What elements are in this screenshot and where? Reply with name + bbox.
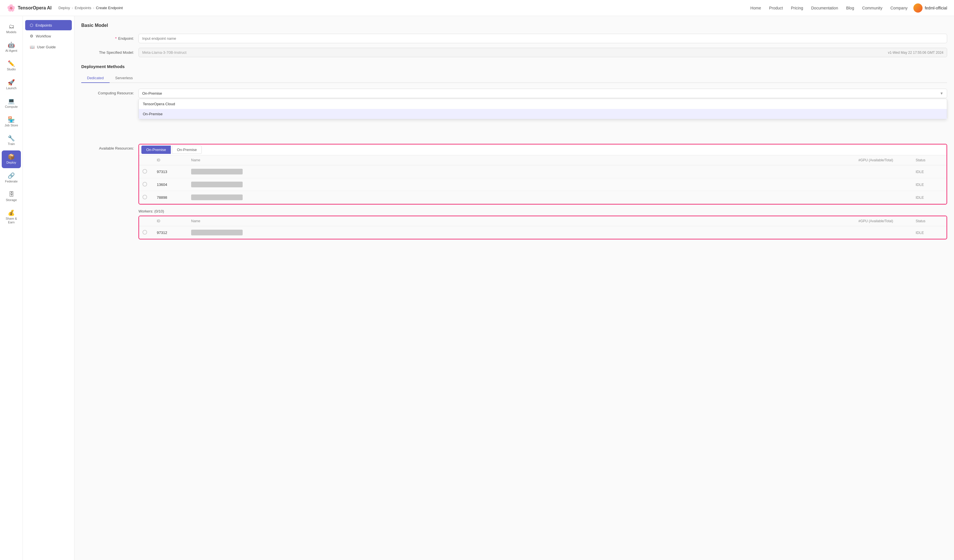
- workers-col-name: Name: [188, 216, 855, 226]
- model-row: The Specified Model: Meta-Llama-3-70B-In…: [81, 48, 947, 57]
- sidebar-item-compute[interactable]: 💻 Compute: [2, 95, 21, 112]
- computing-resource-select[interactable]: On-Premise ▼: [139, 89, 947, 98]
- required-marker: *: [115, 36, 117, 40]
- sidebar-item-share-earn[interactable]: 💰 Share & Earn: [2, 207, 21, 228]
- nav-home[interactable]: Home: [750, 6, 761, 10]
- sub-sidebar: ⬡ Endpoints ⚙ Workflow 📖 User Guide: [23, 16, 75, 560]
- row-radio[interactable]: [139, 191, 153, 204]
- nav-blog[interactable]: Blog: [846, 6, 854, 10]
- ai-agent-icon: 🤖: [8, 42, 15, 48]
- table-row: 13604 IDLE: [139, 178, 946, 191]
- nav-pricing[interactable]: Pricing: [791, 6, 803, 10]
- sidebar-label-deploy: Deploy: [6, 161, 16, 165]
- row-gpu: [855, 168, 912, 175]
- resource-tab-on-premise-2[interactable]: On-Premise: [172, 146, 201, 154]
- row-gpu: [855, 181, 912, 188]
- sidebar-item-storage[interactable]: 🗄 Storage: [2, 188, 21, 205]
- breadcrumb-current: Create Endpoint: [96, 6, 123, 10]
- sidebar-item-train[interactable]: 🔧 Train: [2, 132, 21, 149]
- logo-icon: 🌸: [7, 4, 16, 12]
- studio-icon: ✏️: [8, 61, 15, 66]
- workers-row-radio[interactable]: [139, 227, 153, 239]
- row-name: [188, 178, 855, 191]
- breadcrumb-endpoints[interactable]: Endpoints: [75, 6, 91, 10]
- row-radio[interactable]: [139, 166, 153, 178]
- sidebar-item-studio[interactable]: ✏️ Studio: [2, 57, 21, 75]
- row-radio[interactable]: [139, 179, 153, 191]
- sub-sidebar-label-user-guide: User Guide: [37, 45, 56, 49]
- radio-97312[interactable]: [142, 230, 147, 235]
- dropdown-arrow-icon: ▼: [940, 91, 943, 95]
- col-header-status: Status: [912, 155, 946, 165]
- radio-13604[interactable]: [142, 182, 147, 187]
- sidebar-item-ai-agent[interactable]: 🤖 AI Agent: [2, 39, 21, 56]
- sidebar-item-models[interactable]: 🗂 Models: [2, 20, 21, 37]
- table-row: 97313 IDLE: [139, 165, 946, 178]
- row-name: [188, 191, 855, 204]
- dropdown-option-tensoropera-cloud[interactable]: TensorOpera Cloud: [139, 99, 947, 109]
- nav-product[interactable]: Product: [769, 6, 783, 10]
- job-store-icon: 🏪: [8, 117, 15, 123]
- sidebar-label-launch: Launch: [6, 86, 16, 90]
- nav-links: Home Product Pricing Documentation Blog …: [750, 6, 907, 10]
- endpoint-row: * Endpoint:: [81, 34, 947, 43]
- model-value: Meta-Llama-3-70B-Instruct: [142, 50, 187, 54]
- nav-company[interactable]: Company: [890, 6, 908, 10]
- row-status: IDLE: [912, 166, 946, 177]
- col-header-check: [139, 155, 153, 165]
- resource-tab-on-premise-1[interactable]: On-Premise: [141, 146, 171, 154]
- row-status: IDLE: [912, 179, 946, 190]
- endpoint-input[interactable]: [139, 34, 947, 43]
- tab-dedicated[interactable]: Dedicated: [81, 73, 109, 83]
- user-guide-icon: 📖: [30, 45, 34, 49]
- launch-icon: 🚀: [8, 79, 15, 85]
- radio-78898[interactable]: [142, 195, 147, 199]
- col-header-gpu: #GPU (Available/Total): [855, 155, 912, 165]
- available-resources-container: On-Premise On-Premise ID Name #GPU (Avai…: [139, 144, 947, 240]
- share-earn-icon: 💰: [8, 210, 15, 216]
- sidebar-label-ai-agent: AI Agent: [5, 49, 17, 53]
- workers-col-id: ID: [153, 216, 188, 226]
- nav-community[interactable]: Community: [862, 6, 882, 10]
- computing-resource-dropdown-container: On-Premise ▼ TensorOpera Cloud On-Premis…: [139, 89, 947, 98]
- breadcrumb-deploy[interactable]: Deploy: [58, 6, 70, 10]
- deployment-tabs: Dedicated Serverless: [81, 73, 947, 83]
- computing-resource-label: Computing Resource:: [81, 89, 139, 95]
- compute-icon: 💻: [8, 98, 15, 104]
- model-display: Meta-Llama-3-70B-Instruct v1-Wed May 22 …: [139, 48, 947, 57]
- sidebar-item-job-store[interactable]: 🏪 Job Store: [2, 113, 21, 131]
- sidebar-item-launch[interactable]: 🚀 Launch: [2, 76, 21, 93]
- dropdown-option-on-premise[interactable]: On-Premise: [139, 109, 947, 119]
- workers-label: Workers: (0/10): [139, 209, 947, 213]
- section-title: Basic Model: [81, 23, 947, 28]
- sidebar-label-storage: Storage: [6, 198, 17, 202]
- breadcrumb-sep2: ›: [93, 6, 94, 10]
- sidebar: 🗂 Models 🤖 AI Agent ✏️ Studio 🚀 Launch 💻…: [0, 16, 23, 560]
- sub-sidebar-workflow[interactable]: ⚙ Workflow: [25, 31, 72, 41]
- storage-icon: 🗄: [9, 191, 14, 197]
- top-nav: 🌸 TensorOpera AI Deploy › Endpoints › Cr…: [0, 0, 954, 16]
- computing-resource-row: Computing Resource: On-Premise ▼ TensorO…: [81, 89, 947, 98]
- sub-sidebar-endpoints[interactable]: ⬡ Endpoints: [25, 20, 72, 30]
- model-label: The Specified Model:: [81, 50, 139, 54]
- radio-97313[interactable]: [142, 169, 147, 174]
- row-name: [188, 165, 855, 178]
- workers-row-status: IDLE: [912, 227, 946, 238]
- sub-sidebar-label-workflow: Workflow: [36, 34, 51, 38]
- sidebar-item-federate[interactable]: 🔗 Federate: [2, 169, 21, 187]
- available-resources-row: Available Resources: On-Premise On-Premi…: [81, 144, 947, 240]
- brand-name: TensorOpera AI: [18, 5, 51, 11]
- workers-col-check: [139, 216, 153, 226]
- workflow-icon: ⚙: [30, 34, 33, 38]
- workers-row-gpu: [855, 229, 912, 236]
- logo[interactable]: 🌸 TensorOpera AI: [7, 4, 51, 12]
- sub-sidebar-user-guide[interactable]: 📖 User Guide: [25, 42, 72, 52]
- sidebar-item-deploy[interactable]: 📦 Deploy: [2, 151, 21, 168]
- main-content: Basic Model * Endpoint: The Specified Mo…: [75, 16, 954, 560]
- workers-table-header: ID Name #GPU (Available/Total) Status: [139, 216, 946, 226]
- nav-documentation[interactable]: Documentation: [811, 6, 838, 10]
- tab-serverless[interactable]: Serverless: [109, 73, 139, 83]
- computing-resource-dropdown-menu: TensorOpera Cloud On-Premise: [139, 99, 947, 119]
- user-avatar[interactable]: fedml-official: [913, 3, 947, 12]
- sidebar-label-studio: Studio: [7, 67, 16, 71]
